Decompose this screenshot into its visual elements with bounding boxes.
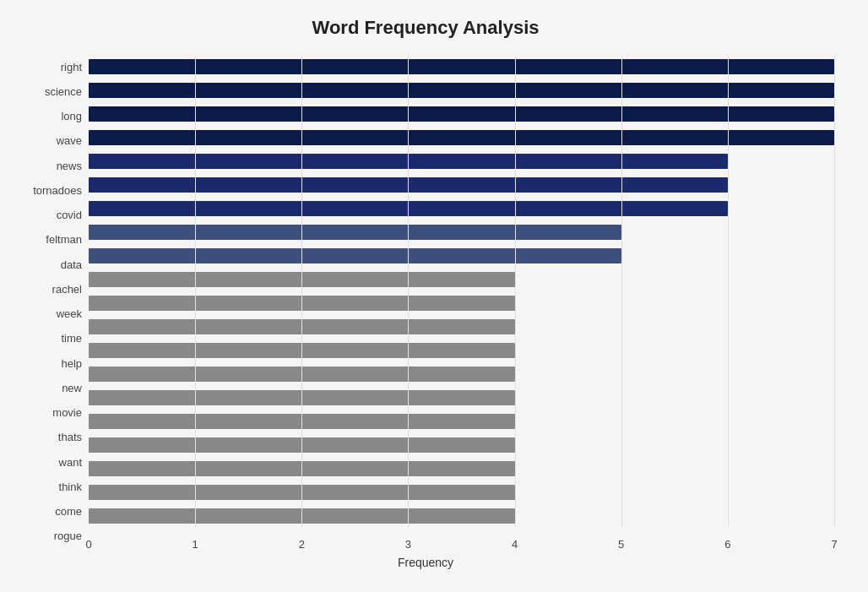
bar-row [89, 410, 834, 432]
y-axis-label: want [59, 451, 82, 473]
bar [89, 225, 621, 240]
bar-row [89, 458, 834, 480]
bar [89, 130, 834, 145]
y-axis-label: rogue [54, 525, 82, 547]
x-axis-tick: 0 [85, 538, 91, 551]
grid-line [408, 56, 409, 527]
chart-area: rightsciencelongwavenewstornadoescovidfe… [17, 52, 834, 551]
y-axis-label: week [57, 303, 82, 325]
x-axis-tick: 7 [831, 538, 837, 551]
chart-container: Word Frequency Analysis rightsciencelong… [0, 0, 868, 592]
y-axis-label: news [57, 155, 82, 177]
bar-row [89, 103, 834, 125]
y-axis-label: wave [57, 130, 82, 152]
grid-line [621, 56, 622, 527]
x-axis-title: Frequency [17, 556, 834, 569]
x-axis-tick: 5 [618, 538, 624, 551]
bar-row [89, 292, 834, 314]
bar [89, 106, 834, 122]
y-axis-label: feltman [46, 229, 82, 251]
bar-row [89, 505, 834, 527]
bar-row [89, 481, 834, 503]
y-axis-label: help [61, 352, 82, 374]
y-axis-label: science [45, 80, 82, 102]
bar [89, 59, 834, 74]
grid-line [301, 56, 302, 527]
bar-row [89, 245, 834, 267]
y-axis-label: long [61, 106, 82, 128]
bars-wrapper [89, 52, 834, 551]
grid-line [195, 56, 196, 527]
bar-row [89, 198, 834, 220]
y-axis-label: think [59, 475, 82, 497]
bar-row [89, 387, 834, 409]
x-axis-labels: 01234567 [89, 530, 834, 551]
y-axis-label: right [61, 56, 82, 78]
bar-row [89, 56, 834, 78]
y-axis-label: covid [57, 204, 82, 226]
y-axis-label: time [61, 328, 82, 350]
bar [89, 83, 834, 98]
grid-line [515, 56, 516, 527]
bar-row [89, 150, 834, 172]
x-axis-tick: 6 [724, 538, 730, 551]
bar-row [89, 363, 834, 385]
x-axis-tick: 4 [512, 538, 518, 551]
y-axis-label: come [55, 501, 82, 523]
y-axis-label: thats [58, 426, 82, 448]
y-axis-label: rachel [52, 278, 82, 300]
grid-line [728, 56, 729, 527]
x-axis-tick: 1 [193, 538, 198, 551]
x-axis-tick: 2 [299, 538, 305, 551]
bar-row [89, 127, 834, 149]
bar-row [89, 221, 834, 243]
y-axis-label: data [61, 253, 82, 275]
grid-line [834, 56, 835, 527]
bar-row [89, 79, 834, 101]
bar-row [89, 269, 834, 291]
y-axis-label: new [62, 377, 82, 399]
bar-row [89, 339, 834, 361]
bar-row [89, 434, 834, 456]
bar-row [89, 174, 834, 196]
y-axis-label: movie [52, 402, 82, 424]
bars-section: 01234567 [89, 52, 834, 551]
bar [89, 248, 621, 263]
bar-row [89, 316, 834, 338]
x-axis-tick: 3 [405, 538, 411, 551]
chart-title: Word Frequency Analysis [17, 17, 834, 39]
y-axis-label: tornadoes [33, 179, 82, 201]
y-axis: rightsciencelongwavenewstornadoescovidfe… [17, 52, 89, 551]
